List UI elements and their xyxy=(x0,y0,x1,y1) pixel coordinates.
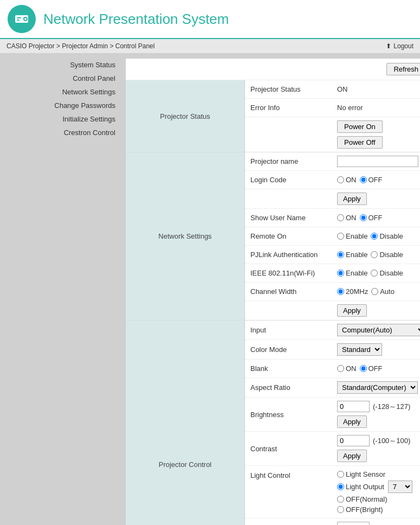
power-off-button[interactable]: Power Off xyxy=(337,136,383,149)
channel-auto-label[interactable]: Auto xyxy=(371,287,395,296)
error-info-label: Error Info xyxy=(250,104,337,112)
light-output-label[interactable]: Light Output 12345 678910 xyxy=(337,481,412,493)
login-code-row: Login Code ON OFF xyxy=(245,171,420,189)
audio-volume-value: (0～30) Apply xyxy=(337,522,420,525)
blank-label: Blank xyxy=(250,364,337,373)
input-select[interactable]: Computer(Auto) Computer(RGB) Computer(Co… xyxy=(337,324,420,336)
login-code-off-label[interactable]: OFF xyxy=(360,176,383,184)
brightness-value: (-128～127) Apply xyxy=(337,401,420,428)
light-sensor-radio[interactable] xyxy=(337,471,344,478)
blank-off-radio[interactable] xyxy=(360,365,367,372)
aspect-ratio-value: Standard(Computer) 4:3 16:9 Full xyxy=(337,381,420,394)
content-panel: Refresh Projector Status Projector Statu… xyxy=(125,58,420,525)
sidebar-item-control-panel[interactable]: Control Panel xyxy=(4,72,121,85)
projector-name-input[interactable] xyxy=(337,156,418,167)
power-buttons-row: Power On Power Off xyxy=(245,117,420,152)
network-apply1-button[interactable]: Apply xyxy=(337,193,367,205)
aspect-ratio-select[interactable]: Standard(Computer) 4:3 16:9 Full xyxy=(337,381,418,394)
brightness-input[interactable] xyxy=(337,401,370,412)
pjlink-label: PJLink Authentication xyxy=(250,251,337,259)
ieee-row: IEEE 802.11n(Wi-Fi) Enable Disable xyxy=(245,264,420,283)
show-user-off-label[interactable]: OFF xyxy=(360,214,383,222)
remote-enable-radio[interactable] xyxy=(337,233,344,240)
projector-control-content: Input Computer(Auto) Computer(RGB) Compu… xyxy=(245,321,420,525)
blank-on-label[interactable]: ON xyxy=(337,364,357,373)
contrast-input[interactable] xyxy=(337,435,370,446)
projector-status-value: ON xyxy=(337,85,420,93)
aspect-ratio-label: Aspect Ratio xyxy=(250,383,337,392)
login-code-on-radio[interactable] xyxy=(337,176,344,183)
color-mode-select[interactable]: Standard Vivid Natural Cinema xyxy=(337,343,382,356)
network-apply2-value: Apply xyxy=(337,304,420,317)
projector-control-section-label: Projector Control xyxy=(126,321,245,525)
show-user-on-radio[interactable] xyxy=(337,214,344,221)
login-code-on-label[interactable]: ON xyxy=(337,176,357,184)
refresh-button[interactable]: Refresh xyxy=(386,63,420,75)
blank-off-label[interactable]: OFF xyxy=(360,364,383,373)
off-normal-label[interactable]: OFF(Normal) xyxy=(337,495,387,503)
blank-row: Blank ON OFF xyxy=(245,360,420,378)
network-settings-section-label: Network Settings xyxy=(126,152,245,320)
power-on-button[interactable]: Power On xyxy=(337,120,383,133)
network-settings-section: Network Settings Projector name Login Co… xyxy=(126,152,420,321)
sidebar-item-crestron-control[interactable]: Crestron Control xyxy=(4,126,121,139)
light-output-radio[interactable] xyxy=(337,483,344,490)
contrast-label: Contrast xyxy=(250,445,337,453)
show-user-off-radio[interactable] xyxy=(360,214,367,221)
off-bright-label[interactable]: OFF(Bright) xyxy=(337,505,383,514)
off-bright-radio[interactable] xyxy=(337,506,344,513)
brightness-label: Brightness xyxy=(250,411,337,419)
light-control-row: Light Control Light Sensor Light Output … xyxy=(245,466,420,518)
projector-icon xyxy=(14,11,30,27)
svg-point-2 xyxy=(24,18,27,20)
channel-auto-radio[interactable] xyxy=(371,288,378,295)
off-normal-radio[interactable] xyxy=(337,496,344,503)
pjlink-disable-radio[interactable] xyxy=(371,251,378,258)
sidebar-item-system-status[interactable]: System Status xyxy=(4,58,121,72)
network-apply1-row: Apply xyxy=(245,189,420,209)
network-apply2-button[interactable]: Apply xyxy=(337,304,367,317)
refresh-row: Refresh xyxy=(126,59,420,80)
show-user-on-label[interactable]: ON xyxy=(337,214,357,222)
error-info-value: No error xyxy=(337,104,420,112)
remote-on-row: Remote On Enable Disable xyxy=(245,227,420,246)
blank-on-radio[interactable] xyxy=(337,365,344,372)
pjlink-enable-label[interactable]: Enable xyxy=(337,251,367,259)
header: Network Presentation System xyxy=(0,0,420,39)
network-apply1-value: Apply xyxy=(337,193,420,205)
logout-icon: ⬆ xyxy=(386,42,391,50)
show-user-name-row: Show User Name ON OFF xyxy=(245,209,420,227)
channel-20mhz-label[interactable]: 20MHz xyxy=(337,287,368,296)
login-code-off-radio[interactable] xyxy=(360,176,367,183)
remote-enable-label[interactable]: Enable xyxy=(337,232,367,240)
channel-width-value: 20MHz Auto xyxy=(337,287,420,296)
pjlink-disable-label[interactable]: Disable xyxy=(371,251,403,259)
light-output-select[interactable]: 12345 678910 xyxy=(388,481,412,493)
remote-disable-label[interactable]: Disable xyxy=(371,232,403,240)
sidebar-item-change-passwords[interactable]: Change Passwords xyxy=(4,99,121,112)
show-user-name-label: Show User Name xyxy=(250,214,337,222)
light-control-label: Light Control xyxy=(250,470,337,479)
sidebar-item-initialize-settings[interactable]: Initialize Settings xyxy=(4,112,121,126)
ieee-disable-label[interactable]: Disable xyxy=(371,269,403,277)
network-apply2-row: Apply xyxy=(245,301,420,320)
projector-name-value xyxy=(337,156,420,167)
light-sensor-label[interactable]: Light Sensor xyxy=(337,470,385,478)
sidebar-item-network-settings[interactable]: Network Settings xyxy=(4,85,121,99)
input-row: Input Computer(Auto) Computer(RGB) Compu… xyxy=(245,321,420,340)
audio-volume-input[interactable] xyxy=(337,522,370,525)
channel-20mhz-radio[interactable] xyxy=(337,288,344,295)
contrast-apply-button[interactable]: Apply xyxy=(337,450,367,462)
pjlink-enable-radio[interactable] xyxy=(337,251,344,258)
login-code-label: Login Code xyxy=(250,176,337,184)
logout-button[interactable]: ⬆ Logout xyxy=(386,42,413,50)
svg-rect-4 xyxy=(17,20,20,21)
ieee-enable-radio[interactable] xyxy=(337,270,344,277)
ieee-enable-label[interactable]: Enable xyxy=(337,269,367,277)
show-user-name-value: ON OFF xyxy=(337,214,420,222)
remote-on-label: Remote On xyxy=(250,232,337,240)
color-mode-row: Color Mode Standard Vivid Natural Cinema xyxy=(245,340,420,360)
remote-disable-radio[interactable] xyxy=(371,233,378,240)
brightness-apply-button[interactable]: Apply xyxy=(337,415,367,428)
ieee-disable-radio[interactable] xyxy=(371,270,378,277)
